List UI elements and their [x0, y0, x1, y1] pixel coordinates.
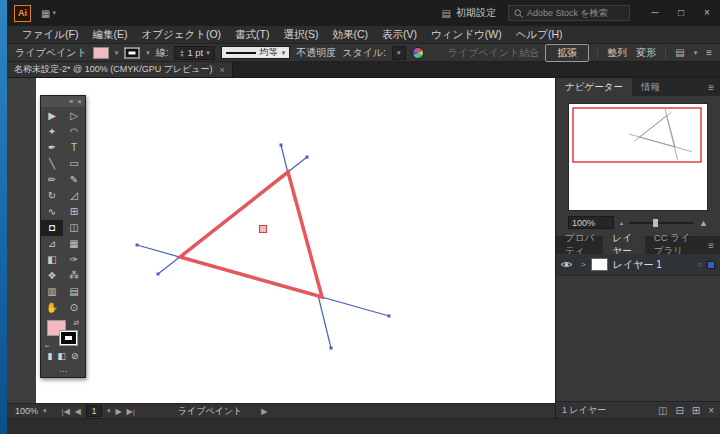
tools-panel-header[interactable]: « × — [41, 96, 85, 107]
stroke-swatch[interactable] — [59, 330, 78, 346]
zoom-level[interactable]: 100% — [15, 406, 38, 416]
column-graph-tool[interactable]: ▥ — [41, 284, 63, 300]
live-paint-bucket-tool[interactable]: ◘ — [41, 220, 63, 236]
direct-selection-tool[interactable]: ▷ — [63, 108, 85, 124]
minimize-button[interactable]: ─ — [642, 0, 668, 26]
artboard-number-field[interactable]: 1 — [86, 405, 102, 417]
grid-icon[interactable]: ▦ — [41, 8, 50, 19]
navigator-thumbnail[interactable] — [568, 103, 708, 211]
tab-info[interactable]: 情報 — [632, 78, 669, 96]
canvas[interactable]: « × ▶ ▷ ✦ ◠ ✒ T ╲ ▭ ✏ ✎ ↻ — [7, 78, 555, 403]
stroke-weight-chevron-icon[interactable]: ▾ — [206, 49, 210, 57]
tab-properties[interactable]: プロパティ — [556, 236, 603, 254]
none-button[interactable]: ⊘ — [71, 351, 79, 361]
pen-tool[interactable]: ✒ — [41, 140, 63, 156]
blend-tool[interactable]: ❖ — [41, 268, 63, 284]
default-fill-stroke-icon[interactable]: ▪▫ — [45, 343, 49, 349]
hand-tool[interactable]: ✋ — [41, 300, 63, 316]
anchor-point[interactable] — [280, 144, 283, 147]
status-play-icon[interactable]: ▶ — [261, 407, 267, 416]
tab-cc-libraries[interactable]: CC ライブラリ — [645, 236, 702, 254]
symbol-sprayer-tool[interactable]: ⁂ — [63, 268, 85, 284]
rectangle-tool[interactable]: ▭ — [63, 156, 85, 172]
rotate-tool[interactable]: ↻ — [41, 188, 63, 204]
workspace-switcher[interactable]: ▤ 初期設定 — [442, 6, 496, 20]
anchor-point[interactable] — [330, 347, 333, 350]
visibility-toggle[interactable] — [560, 260, 576, 269]
layer-thumbnail[interactable] — [591, 258, 608, 271]
align-button[interactable]: 整列 — [607, 46, 627, 60]
menu-file[interactable]: ファイル(F) — [15, 28, 85, 42]
make-clipping-mask-icon[interactable]: ◫ — [658, 405, 667, 416]
menu-select[interactable]: 選択(S) — [276, 28, 325, 42]
arrange-chevron-icon[interactable]: ▾ — [694, 49, 698, 57]
menu-type[interactable]: 書式(T) — [228, 28, 276, 42]
live-paint-triangle[interactable] — [180, 172, 322, 297]
layer-target-icon[interactable]: ○ — [697, 260, 702, 269]
width-tool[interactable]: ∿ — [41, 204, 63, 220]
delete-layer-icon[interactable]: × — [708, 405, 714, 416]
document-tab[interactable]: 名称未設定-2* @ 100% (CMYK/GPU プレビュー) × — [7, 62, 233, 77]
close-button[interactable]: × — [694, 0, 720, 26]
gradient-button[interactable]: ◧ — [57, 351, 66, 361]
next-artboard-icon[interactable]: ▶ — [115, 407, 121, 416]
arrange-documents-icon[interactable]: ▤ — [675, 47, 684, 58]
menu-object[interactable]: オブジェクト(O) — [134, 28, 228, 42]
panel-close-icon[interactable]: × — [77, 97, 82, 106]
artboard-chevron-icon[interactable]: ▾ — [107, 407, 111, 415]
lasso-tool[interactable]: ◠ — [63, 124, 85, 140]
stock-search-input[interactable]: Adobe Stock を検索 — [508, 5, 630, 21]
gradient-tool[interactable]: ◧ — [41, 252, 63, 268]
zoom-in-icon[interactable]: ▲ — [699, 218, 708, 228]
prev-artboard-icon[interactable]: ◀ — [75, 407, 81, 416]
panel-menu-icon[interactable]: ≡ — [706, 47, 712, 58]
menu-edit[interactable]: 編集(E) — [85, 28, 134, 42]
selection-color-chip[interactable] — [707, 261, 715, 269]
menu-view[interactable]: 表示(V) — [375, 28, 424, 42]
stroke-weight-field[interactable]: ▲▼ 1 pt ▾ — [174, 46, 214, 60]
stroke-color-swatch[interactable] — [124, 47, 140, 59]
scale-tool[interactable]: ◿ — [63, 188, 85, 204]
fill-color-swatch[interactable] — [93, 47, 109, 59]
magic-wand-tool[interactable]: ✦ — [41, 124, 63, 140]
last-artboard-icon[interactable]: ▶| — [127, 407, 135, 416]
more-tools-icon[interactable]: … — [41, 363, 85, 377]
recolor-artwork-icon[interactable] — [412, 47, 424, 59]
new-layer-icon[interactable]: ⊞ — [692, 405, 700, 416]
paintbrush-tool[interactable]: ✏ — [41, 172, 63, 188]
anchor-point[interactable] — [306, 156, 309, 159]
pencil-tool[interactable]: ✎ — [63, 172, 85, 188]
stroke-chevron-icon[interactable]: ▾ — [146, 49, 150, 57]
layers-panel-menu-icon[interactable]: ≡ — [702, 236, 720, 254]
selection-tool[interactable]: ▶ — [41, 108, 63, 124]
line-segment-tool[interactable]: ╲ — [41, 156, 63, 172]
anchor-point[interactable] — [136, 244, 139, 247]
stepper-icons[interactable]: ▲▼ — [179, 49, 184, 57]
opacity-label[interactable]: 不透明度 — [296, 46, 336, 60]
transform-button[interactable]: 変形 — [636, 46, 656, 60]
width-profile-dropdown[interactable]: 均等 ▾ — [221, 46, 291, 59]
navigator-zoom-slider[interactable] — [629, 222, 693, 224]
expand-button[interactable]: 拡張 — [545, 44, 589, 62]
navigator-view-box[interactable] — [573, 108, 701, 162]
shape-builder-tool[interactable]: ◫ — [63, 220, 85, 236]
layer-expand-icon[interactable]: > — [581, 260, 586, 269]
layer-row[interactable]: > レイヤー 1 ○ — [556, 254, 720, 276]
navigator-zoom-field[interactable]: 100% — [568, 216, 614, 229]
mesh-tool[interactable]: ▦ — [63, 236, 85, 252]
tab-navigator[interactable]: ナビゲーター — [556, 78, 632, 96]
tab-layers[interactable]: レイヤー — [603, 236, 644, 254]
menu-effect[interactable]: 効果(C) — [325, 28, 375, 42]
navigator-panel-menu-icon[interactable]: ≡ — [702, 78, 720, 96]
tab-close-icon[interactable]: × — [220, 65, 225, 75]
layer-name[interactable]: レイヤー 1 — [613, 258, 662, 272]
menu-help[interactable]: ヘルプ(H) — [509, 28, 570, 42]
zoom-chevron-icon[interactable]: ▾ — [43, 407, 47, 415]
artboard-tool[interactable]: ▤ — [63, 284, 85, 300]
fill-chevron-icon[interactable]: ▾ — [115, 49, 119, 57]
perspective-grid-tool[interactable]: ⊿ — [41, 236, 63, 252]
slider-thumb[interactable] — [653, 219, 658, 227]
collapse-icon[interactable]: « — [69, 97, 73, 106]
chevron-down-icon[interactable]: ▾ — [52, 9, 56, 17]
first-artboard-icon[interactable]: |◀ — [62, 407, 70, 416]
